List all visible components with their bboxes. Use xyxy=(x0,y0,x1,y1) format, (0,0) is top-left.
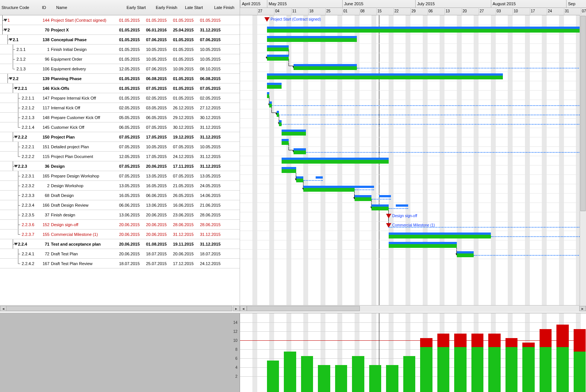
table-row[interactable]: 2.2.2.1151Detailed project Plan07.05.201… xyxy=(0,142,240,152)
table-row[interactable]: 2.2.1.4145Customer Kick Off06.05.201507.… xyxy=(0,122,240,132)
table-row[interactable]: 2.1.11Finish Initial Design01.05.201510.… xyxy=(0,45,240,54)
task-table-body[interactable]: 1144Project Start (Contract signed)01.05… xyxy=(0,15,240,305)
task-bar[interactable] xyxy=(282,141,289,145)
gantt-lane[interactable] xyxy=(240,231,586,240)
gantt-lane[interactable] xyxy=(240,62,586,72)
gantt-lane[interactable] xyxy=(240,118,586,128)
gantt-lane[interactable] xyxy=(240,137,586,147)
col-early-finish[interactable]: Early Finish xyxy=(154,5,183,10)
summary-bar[interactable] xyxy=(282,160,389,164)
table-row[interactable]: 270Project X01.05.201506.01.201625.04.20… xyxy=(0,25,240,35)
summary-bar[interactable] xyxy=(389,235,491,238)
table-row[interactable]: 2.2.1146Kick-Offs01.05.201507.05.201501.… xyxy=(0,83,240,93)
scroll-thumb[interactable] xyxy=(247,306,360,311)
gantt-lane[interactable] xyxy=(240,72,586,81)
scroll-thumb[interactable] xyxy=(580,16,586,211)
gantt-timescale[interactable]: April 2015May 2015June 2015July 2015Augu… xyxy=(240,0,586,15)
scroll-right-icon[interactable]: ▸ xyxy=(233,306,240,311)
table-row[interactable]: 2.1.3106Equipment delivery12.05.201507.0… xyxy=(0,64,240,74)
table-row[interactable]: 2.2.3.7155Commercial Milestone (1)20.06.… xyxy=(0,230,240,239)
expand-icon[interactable] xyxy=(14,243,18,245)
table-row[interactable]: 2.2.1.1147Prepare Internal Kick Off01.05… xyxy=(0,93,240,103)
gantt-lane[interactable] xyxy=(240,43,586,53)
task-table-pane[interactable]: Structure Code ID Name Early Start Early… xyxy=(0,0,240,312)
summary-bar[interactable] xyxy=(267,38,357,42)
table-row[interactable]: 2.2.1.3148Prepare Customer Kick Off05.05… xyxy=(0,113,240,122)
task-bar[interactable] xyxy=(371,207,389,210)
task-bar[interactable] xyxy=(294,66,357,70)
table-row[interactable]: 2.2.336Design07.05.201520.06.201517.11.2… xyxy=(0,161,240,171)
gantt-pane[interactable]: April 2015May 2015June 2015July 2015Augu… xyxy=(240,0,586,312)
gantt-lane[interactable] xyxy=(240,156,586,165)
table-row[interactable]: 2.2.3.537Finish design13.06.201520.06.20… xyxy=(0,210,240,220)
task-bar[interactable] xyxy=(282,169,296,173)
gantt-lane[interactable]: Design sign-off xyxy=(240,212,586,222)
expand-icon[interactable] xyxy=(14,165,18,167)
gantt-lane[interactable]: Project Start (Contract signed) xyxy=(240,15,586,25)
task-bar[interactable] xyxy=(267,94,270,98)
table-row[interactable]: 2.2.3.22Design Workshop13.05.201516.05.2… xyxy=(0,181,240,191)
gantt-lane[interactable] xyxy=(240,249,586,259)
task-bar[interactable] xyxy=(457,253,474,257)
expand-icon[interactable] xyxy=(4,19,7,21)
task-bar[interactable] xyxy=(267,48,289,51)
gantt-lane[interactable]: Commercial Milestone (1) xyxy=(240,221,586,231)
gantt-lane[interactable] xyxy=(240,109,586,119)
gantt-lane[interactable] xyxy=(240,174,586,184)
scroll-left-icon[interactable]: ◂ xyxy=(240,306,247,311)
summary-bar[interactable] xyxy=(267,29,586,33)
table-row[interactable]: 2.1138Conceptual Phase01.05.201507.06.20… xyxy=(0,35,240,45)
table-h-scroll[interactable]: ◂ ▸ xyxy=(0,305,240,312)
table-row[interactable]: 2.2.4.2167Draft Test Plan Review18.07.20… xyxy=(0,259,240,268)
task-bar[interactable] xyxy=(303,188,355,192)
table-row[interactable]: 2.2.3.368Draft Design16.05.201506.06.201… xyxy=(0,191,240,200)
task-bar[interactable] xyxy=(389,244,457,248)
gantt-lane[interactable] xyxy=(240,146,586,156)
table-row[interactable]: 1144Project Start (Contract signed)01.05… xyxy=(0,15,240,25)
gantt-lane[interactable] xyxy=(240,34,586,44)
table-row[interactable]: 2.2.2150Project Plan07.05.201517.05.2015… xyxy=(0,132,240,142)
expand-icon[interactable] xyxy=(14,87,18,89)
col-id[interactable]: ID xyxy=(40,5,55,10)
table-row[interactable]: 2.2.1.2117Internal Kick Off02.05.201503.… xyxy=(0,103,240,113)
table-row[interactable]: 2.2139Planning Phase01.05.201506.08.2015… xyxy=(0,74,240,83)
expand-icon[interactable] xyxy=(9,38,13,41)
expand-icon[interactable] xyxy=(14,136,18,138)
gantt-lane[interactable] xyxy=(240,203,586,212)
table-row[interactable]: 2.2.471Test and acceptance plan20.06.201… xyxy=(0,239,240,249)
task-bar[interactable] xyxy=(355,197,372,201)
gantt-lane[interactable] xyxy=(240,90,586,100)
table-row[interactable]: 2.2.3.6152Design sign-off20.06.201520.06… xyxy=(0,220,240,230)
table-row[interactable]: 2.2.3.4166Draft Design Review06.06.20151… xyxy=(0,200,240,210)
gantt-body[interactable]: Project Start (Contract signed)Design si… xyxy=(240,15,586,305)
gantt-lane[interactable] xyxy=(240,81,586,91)
scroll-right-icon[interactable]: ▸ xyxy=(579,306,586,311)
gantt-lane[interactable] xyxy=(240,25,586,34)
histogram-right-pane[interactable] xyxy=(240,313,586,392)
gantt-lane[interactable] xyxy=(240,100,586,109)
gantt-lane[interactable] xyxy=(240,128,586,137)
task-bar[interactable] xyxy=(296,179,304,182)
summary-bar[interactable] xyxy=(282,132,306,136)
col-early-start[interactable]: Early Start xyxy=(125,5,154,10)
col-late-start[interactable]: Late Start xyxy=(183,5,213,10)
gantt-lane[interactable] xyxy=(240,184,586,194)
task-bar[interactable] xyxy=(267,57,289,61)
gantt-lane[interactable] xyxy=(240,240,586,250)
expand-icon[interactable] xyxy=(9,77,13,80)
col-name[interactable]: Name xyxy=(55,5,125,10)
gantt-v-scroll[interactable] xyxy=(580,15,586,306)
col-structure-code[interactable]: Structure Code xyxy=(0,5,40,10)
gantt-h-scroll[interactable]: ◂ ▸ xyxy=(240,305,586,312)
scroll-thumb[interactable] xyxy=(6,306,232,311)
summary-bar[interactable] xyxy=(267,85,282,89)
table-row[interactable]: 2.2.4.172Draft Test Plan20.06.201518.07.… xyxy=(0,249,240,259)
col-late-finish[interactable]: Late Finish xyxy=(213,5,240,10)
expand-icon[interactable] xyxy=(4,28,7,31)
gantt-lane[interactable] xyxy=(240,193,586,203)
gantt-lane[interactable] xyxy=(240,165,586,175)
table-row[interactable]: 2.2.3.1165Prepare Design Workshop07.05.2… xyxy=(0,171,240,181)
table-row[interactable]: 2.2.2.2115Project Plan Document12.05.201… xyxy=(0,152,240,161)
table-row[interactable]: 2.1.296Equipment Order01.05.201510.05.20… xyxy=(0,54,240,64)
summary-bar[interactable] xyxy=(267,76,503,79)
